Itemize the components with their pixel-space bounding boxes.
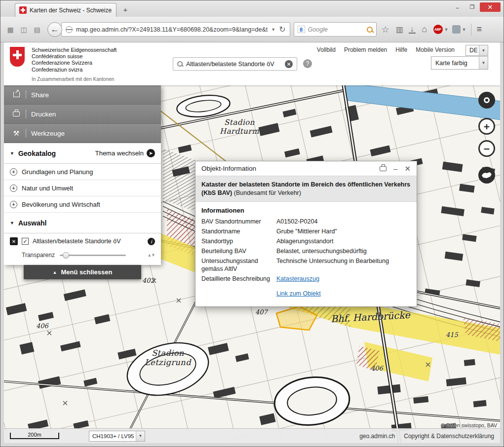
back-button[interactable]: ←	[47, 22, 62, 37]
info-label: Beurteilung BAV	[201, 247, 276, 255]
info-row: Beurteilung BAV Belastet, untersuchungsb…	[201, 247, 411, 255]
minimize-icon[interactable]: –	[393, 167, 397, 171]
maximize-button[interactable]: ❐	[465, 2, 479, 12]
extension-icon[interactable]	[452, 25, 461, 34]
link-vollbild[interactable]: Vollbild	[317, 46, 336, 53]
map-elevation-number: 407	[255, 308, 268, 316]
chevron-down-icon: ▼	[10, 151, 14, 156]
sidebar-item-share[interactable]: Share	[4, 85, 161, 105]
basemap-value: Karte farbig	[431, 60, 467, 67]
tools-label: Werkzeuge	[31, 130, 65, 137]
info-value: Technische Untersuchung in Bearbeitung	[276, 257, 411, 273]
search-placeholder[interactable]: Google	[308, 26, 364, 33]
catalog-item-label: Natur und Umwelt	[22, 185, 73, 192]
adblock-icon[interactable]: ABP	[433, 25, 443, 34]
titlebar: Karten der Schweiz - Schweize... + – ❐ ✕	[0, 0, 504, 17]
catalog-item-natur[interactable]: + Natur und Umwelt	[4, 180, 161, 196]
geocatalog-section-header[interactable]: ▼ Geokatalog Thema wechseln ➤	[4, 143, 161, 164]
search-engine-icon[interactable]: 8	[298, 26, 305, 33]
toolbar-addon-icon-1[interactable]: ▦	[5, 25, 15, 35]
reload-icon[interactable]: ↻	[279, 25, 285, 34]
expand-plus-icon[interactable]: +	[10, 168, 17, 176]
search-value[interactable]: Altlasten/belastete Standorte öV	[186, 61, 281, 68]
bookmarks-menu-icon[interactable]: ▥	[394, 25, 405, 34]
basemap-select[interactable]: Karte farbig ▼	[431, 56, 488, 70]
sidebar-item-print[interactable]: Drucken	[4, 105, 161, 124]
close-icon[interactable]: ✕	[404, 164, 411, 173]
search-help-icon[interactable]: ?	[303, 59, 312, 68]
sidebar-item-tools[interactable]: ⚒ Werkzeuge	[4, 124, 161, 143]
header-links: Vollbild Problem melden Hilfe Mobile Ver…	[317, 46, 455, 53]
copyright-link[interactable]: Copyright & Datenschutzerklärung	[404, 433, 494, 440]
info-label: Detaillierte Beschreibung	[201, 275, 276, 283]
extension-dropdown-icon[interactable]: ▼	[462, 27, 466, 32]
url-dropdown-icon[interactable]: ▼	[271, 27, 275, 32]
search-icon	[177, 61, 183, 67]
home-icon[interactable]: ⌂	[419, 24, 430, 35]
default-extent-button[interactable]	[478, 167, 495, 184]
transparency-row: Transparenz ▲▼	[4, 249, 161, 265]
language-select[interactable]: DE ▼	[465, 45, 488, 56]
site-link[interactable]: geo.admin.ch	[359, 433, 395, 440]
zoom-out-button[interactable]: −	[478, 140, 495, 157]
selection-section-header[interactable]: ▼ Auswahl	[4, 213, 161, 233]
toolbar-addon-icon-2[interactable]: ◫	[19, 25, 29, 35]
adblock-dropdown-icon[interactable]: ▼	[444, 27, 449, 32]
chevron-down-icon: ▼	[136, 431, 145, 441]
new-tab-button[interactable]: +	[119, 5, 132, 15]
popup-titlebar[interactable]: Objekt-Information – ✕	[195, 161, 417, 176]
window-controls: – ❐ ✕	[450, 2, 501, 12]
menu-hamburger-icon[interactable]: ≡	[476, 24, 482, 35]
map-elevation-number: 406	[36, 322, 48, 330]
map-search-input[interactable]: Altlasten/belastete Standorte öV ✕	[173, 57, 297, 71]
layer-reorder-icons[interactable]: ▲▼	[147, 253, 155, 258]
close-menu-button[interactable]: ▲ Menü schliessen	[24, 265, 141, 279]
link-mobile-version[interactable]: Mobile Version	[416, 46, 455, 53]
clear-search-icon[interactable]: ✕	[285, 60, 293, 68]
info-row: Untersuchungsstand gemäss AltlV Technisc…	[201, 257, 411, 273]
object-link[interactable]: Link zum Objekt	[276, 290, 411, 298]
remove-layer-icon[interactable]: ✕	[10, 237, 18, 245]
catalog-item-grundlagen[interactable]: + Grundlagen und Planung	[4, 164, 161, 180]
geocatalog-label: Geokatalog	[18, 149, 56, 157]
scale-label: 200m	[11, 432, 58, 438]
catalog-item-bevoelkerung[interactable]: + Bevölkerung und Wirtschaft	[4, 196, 161, 213]
site-favicon-swiss-cross-icon	[19, 6, 27, 14]
transparency-slider[interactable]	[60, 255, 126, 256]
info-value: Ablagerungsstandort	[276, 237, 411, 245]
org-line: Confederaziun svizra	[32, 67, 116, 73]
link-hilfe[interactable]: Hilfe	[395, 46, 407, 53]
layer-info-icon[interactable]: i	[148, 238, 155, 245]
url-text[interactable]: map.geo.admin.ch/?X=249138.11&Y=680698.2…	[76, 26, 268, 33]
expand-plus-icon[interactable]: +	[10, 201, 17, 208]
link-problem-melden[interactable]: Problem melden	[344, 46, 387, 53]
slider-thumb[interactable]	[63, 252, 69, 259]
close-button[interactable]: ✕	[480, 2, 501, 12]
map-attribution: © Daten swisstopo, BAV	[441, 422, 497, 428]
expand-plus-icon[interactable]: +	[10, 185, 17, 192]
url-bar[interactable]: map.geo.admin.ch/?X=249138.11&Y=680698.2…	[61, 22, 290, 37]
site-identity-globe-icon[interactable]	[66, 26, 73, 33]
browser-tab[interactable]: Karten der Schweiz - Schweize...	[15, 3, 116, 17]
web-search-box[interactable]: 8 Google	[294, 22, 377, 37]
projection-select[interactable]: CH1903+ / LV95 ▼	[89, 431, 145, 442]
geolocate-button[interactable]	[478, 92, 495, 109]
printer-icon	[11, 110, 22, 118]
search-go-icon[interactable]	[367, 27, 373, 33]
popup-title: Objekt-Information	[201, 165, 256, 172]
zoom-in-button[interactable]: +	[478, 118, 495, 135]
downloads-icon[interactable]: ↓	[409, 26, 416, 34]
minimize-button[interactable]: –	[450, 2, 465, 12]
info-row: BAV Standortnummer A01502-P0204	[201, 218, 411, 225]
print-icon[interactable]	[380, 166, 387, 171]
map-label-stadion-hardturm: Stadion Hardturm	[205, 118, 274, 136]
cadastre-extract-link[interactable]: Katasterauszug	[276, 275, 411, 283]
swiss-confederation-logo	[10, 47, 25, 67]
layer-visibility-checkbox[interactable]: ✓	[22, 238, 29, 245]
info-label-empty	[201, 290, 276, 298]
toolbar-addon-icon-3[interactable]: ▤	[32, 25, 42, 35]
bookmark-star-icon[interactable]: ☆	[380, 24, 391, 35]
arrow-right-icon: ➤	[147, 149, 155, 157]
separator	[26, 129, 26, 138]
change-theme-link[interactable]: Thema wechseln ➤	[95, 149, 155, 157]
